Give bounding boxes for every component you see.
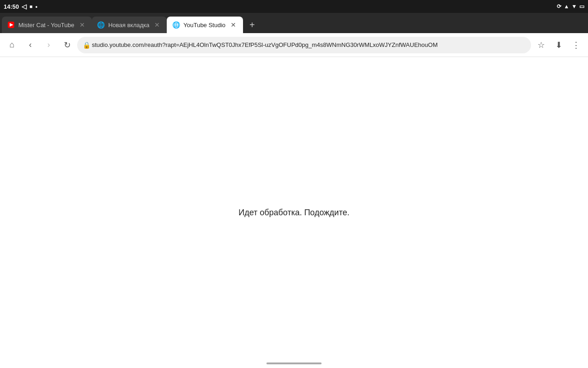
page-content: Идет обработка. Подождите. xyxy=(0,57,588,368)
loading-message: Идет обработка. Подождите. xyxy=(238,208,349,218)
youtube-favicon-icon xyxy=(8,22,14,28)
tab-close-youtube-studio[interactable]: ✕ xyxy=(229,21,237,29)
tab-new-tab[interactable]: 🌐 Новая вкладка ✕ xyxy=(92,17,167,33)
nav-action-buttons: ☆ ⬇ ⋮ xyxy=(533,37,584,53)
status-bar-right: ⟳ ▲ ▼ ▭ xyxy=(557,3,584,10)
navigation-icon: ◁ xyxy=(22,3,27,10)
bookmark-button[interactable]: ☆ xyxy=(533,37,549,53)
tab-close-new-tab[interactable]: ✕ xyxy=(153,21,161,29)
tab-youtube-studio[interactable]: 🌐 YouTube Studio ✕ xyxy=(167,17,243,33)
time-display: 14:50 xyxy=(4,3,19,10)
tab-label-youtube-studio: YouTube Studio xyxy=(183,22,226,29)
wifi-icon: ▲ xyxy=(564,3,569,10)
sim-icon: ■ xyxy=(29,4,33,9)
bottom-swipe-bar xyxy=(266,362,322,364)
tab-bar: Mister Cat - YouTube ✕ 🌐 Новая вкладка ✕… xyxy=(0,13,588,33)
address-bar-wrapper: 🔒 xyxy=(77,37,531,53)
status-bar: 14:50 ◁ ■ • ⟳ ▲ ▼ ▭ xyxy=(0,0,588,13)
tab-favicon-youtube-studio: 🌐 xyxy=(172,21,180,29)
nav-bar: ⌂ ‹ › ↻ 🔒 ☆ ⬇ ⋮ xyxy=(0,33,588,57)
tab-mister-cat[interactable]: Mister Cat - YouTube ✕ xyxy=(2,17,92,33)
globe-icon-youtube-studio: 🌐 xyxy=(172,21,180,29)
reload-button[interactable]: ↻ xyxy=(59,37,75,53)
back-button[interactable]: ‹ xyxy=(22,37,39,53)
forward-button[interactable]: › xyxy=(40,37,57,53)
download-button[interactable]: ⬇ xyxy=(550,37,567,53)
tab-favicon-youtube xyxy=(7,21,15,29)
status-bar-left: 14:50 ◁ ■ • xyxy=(4,3,37,10)
address-bar-input[interactable] xyxy=(77,37,531,53)
home-button[interactable]: ⌂ xyxy=(4,37,20,53)
battery-icon: ▭ xyxy=(579,3,584,10)
dot-indicator: • xyxy=(35,3,38,10)
tab-close-mister-cat[interactable]: ✕ xyxy=(78,21,86,29)
tab-favicon-new-tab: 🌐 xyxy=(97,21,105,29)
screen-rotation-icon: ⟳ xyxy=(557,3,561,10)
tab-label-mister-cat: Mister Cat - YouTube xyxy=(18,22,74,29)
tab-label-new-tab: Новая вкладка xyxy=(108,22,150,29)
signal-icon: ▼ xyxy=(571,3,577,10)
new-tab-button[interactable]: + xyxy=(245,17,260,32)
menu-button[interactable]: ⋮ xyxy=(568,37,584,53)
globe-icon-new-tab: 🌐 xyxy=(97,21,105,29)
